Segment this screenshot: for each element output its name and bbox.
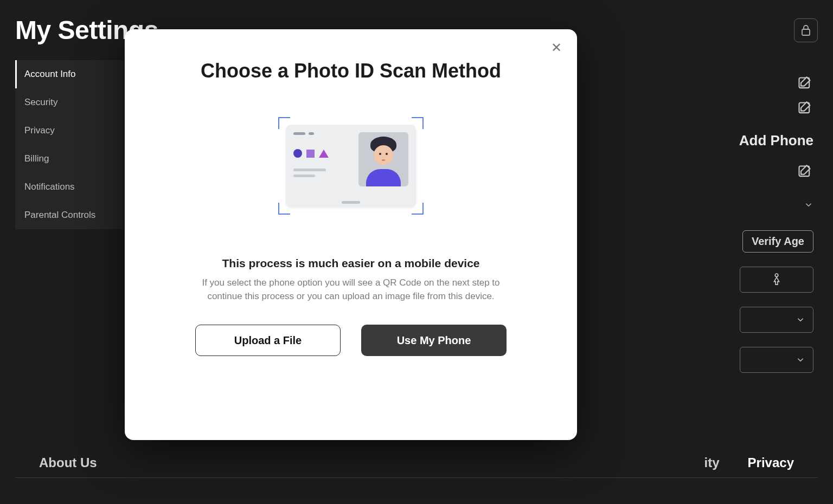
sidebar-item-security[interactable]: Security xyxy=(15,88,124,117)
modal-description: If you select the phone option you will … xyxy=(188,276,514,303)
id-card-icon xyxy=(286,125,416,207)
sidebar-item-privacy[interactable]: Privacy xyxy=(15,117,124,145)
chevron-down-icon xyxy=(796,355,805,365)
svg-point-4 xyxy=(775,274,778,277)
id-card-illustration xyxy=(278,117,424,215)
add-phone-link[interactable]: Add Phone xyxy=(739,132,813,149)
dropdown-1[interactable] xyxy=(740,307,813,333)
square-icon xyxy=(306,150,315,158)
sidebar-item-label: Parental Controls xyxy=(24,210,95,220)
sidebar-item-notifications[interactable]: Notifications xyxy=(15,173,124,201)
sidebar-item-label: Security xyxy=(24,97,57,107)
lock-button[interactable] xyxy=(794,18,818,42)
circle-icon xyxy=(293,149,302,158)
sidebar-item-label: Billing xyxy=(24,153,49,164)
footer-link-partial[interactable]: ity xyxy=(704,455,720,470)
edit-icon[interactable] xyxy=(797,76,813,92)
modal-subtitle: This process is much easier on a mobile … xyxy=(222,257,479,270)
avatar-icon xyxy=(358,132,408,186)
footer-privacy-link[interactable]: Privacy xyxy=(748,455,794,470)
modal-title: Choose a Photo ID Scan Method xyxy=(201,60,501,82)
dropdown-2[interactable] xyxy=(740,347,813,373)
sidebar-item-account-info[interactable]: Account Info xyxy=(15,60,124,88)
close-button[interactable]: ✕ xyxy=(548,39,565,56)
settings-sidebar: Account Info Security Privacy Billing No… xyxy=(15,60,124,229)
triangle-icon xyxy=(319,150,329,158)
verify-age-button[interactable]: Verify Age xyxy=(742,230,813,253)
sidebar-item-parental-controls[interactable]: Parental Controls xyxy=(15,201,124,229)
svg-rect-0 xyxy=(802,29,810,35)
footer-divider xyxy=(15,477,818,478)
sidebar-item-label: Notifications xyxy=(24,182,75,192)
photo-id-scan-modal: ✕ Choose a Photo ID Scan Method xyxy=(125,29,577,440)
upload-file-button[interactable]: Upload a File xyxy=(195,325,341,356)
lock-icon xyxy=(800,24,811,36)
chevron-down-icon[interactable] xyxy=(804,200,813,210)
footer-links: About Us ity Privacy xyxy=(0,455,833,470)
close-icon: ✕ xyxy=(551,40,562,55)
sidebar-item-label: Account Info xyxy=(24,69,76,79)
use-my-phone-button[interactable]: Use My Phone xyxy=(361,325,507,356)
account-actions-column: Add Phone Verify Age xyxy=(739,76,813,373)
chevron-down-icon xyxy=(796,315,805,325)
gender-select[interactable] xyxy=(740,267,813,293)
edit-icon[interactable] xyxy=(797,164,813,180)
sidebar-item-label: Privacy xyxy=(24,125,55,135)
person-icon xyxy=(771,272,783,287)
footer-about-link[interactable]: About Us xyxy=(39,455,97,470)
edit-icon[interactable] xyxy=(797,101,813,117)
sidebar-item-billing[interactable]: Billing xyxy=(15,145,124,173)
